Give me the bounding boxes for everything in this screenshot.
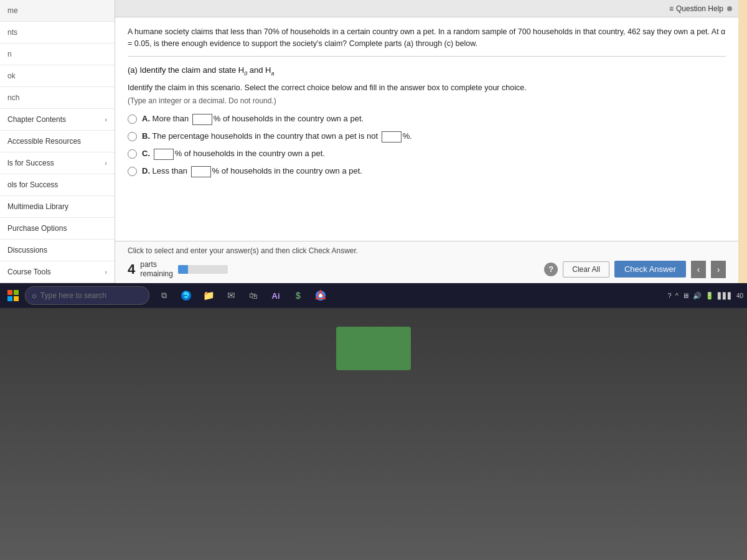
taskbar: ○ ⧉ 📁 ✉ 🛍 Ai $ (0, 283, 747, 308)
sidebar-item-discussions[interactable]: Discussions (0, 240, 115, 261)
option-c-label: C. % of households in the country own a … (142, 149, 325, 160)
type-note: (Type an integer or a decimal. Do not ro… (128, 96, 726, 105)
taskbar-icon-folder[interactable]: 📁 (199, 286, 218, 305)
progress-bar-fill (178, 265, 188, 274)
sidebar-item-n[interactable]: n (0, 44, 115, 65)
option-c-radio[interactable] (128, 149, 137, 159)
taskbar-search-box[interactable]: ○ (25, 286, 149, 305)
sidebar-item-course-tools[interactable]: Course Tools › (0, 261, 115, 283)
click-instructions: Click to select and enter your answer(s)… (128, 246, 726, 255)
parts-number: 4 (128, 261, 135, 278)
parts-label: parts remaining (140, 260, 173, 278)
laptop-touchpad[interactable] (336, 327, 411, 370)
option-b-input[interactable] (382, 131, 402, 142)
sidebar-label-multimedia-library: Multimedia Library (7, 202, 68, 211)
sidebar-item-ols-for-success[interactable]: ols for Success (0, 174, 115, 196)
parts-line2: remaining (140, 269, 173, 278)
sidebar-item-nts[interactable]: nts (0, 22, 115, 44)
chevron-up-icon[interactable]: ^ (675, 292, 679, 299)
next-arrow-button[interactable]: › (711, 261, 726, 278)
sidebar-label-home: me (7, 6, 18, 15)
option-b-radio[interactable] (128, 132, 137, 141)
help-circle-icon[interactable]: ? (544, 263, 558, 276)
sidebar-label-course-tools: Course Tools (7, 268, 51, 276)
sidebar-label-nts: nts (7, 28, 17, 37)
battery-icon[interactable]: 🔋 (705, 292, 714, 300)
option-d-label: D. Less than % of households in the coun… (142, 166, 362, 177)
parts-line1: parts (140, 260, 173, 269)
search-input[interactable] (40, 291, 134, 300)
clear-all-button[interactable]: Clear All (563, 261, 609, 278)
option-a[interactable]: A. More than % of households in the coun… (128, 114, 726, 125)
parts-remaining: 4 parts remaining (128, 260, 228, 278)
sub-question-label: (a) Identify the claim and state H0 and … (128, 65, 726, 77)
sidebar-label-ok: ok (7, 72, 16, 80)
option-c-input[interactable] (154, 149, 174, 160)
footer-buttons: ? Clear All Check Answer ‹ › (544, 261, 726, 278)
svg-rect-0 (7, 290, 12, 295)
chrome-icon (315, 290, 326, 301)
taskbar-icon-chrome[interactable] (311, 286, 330, 305)
taskbar-system-icons: ? ^ 🖥 🔊 🔋 ▋▋▋ 40 (668, 292, 743, 300)
sidebar-item-nch[interactable]: nch (0, 87, 115, 109)
start-button[interactable] (4, 286, 22, 305)
taskbar-icon-dollar[interactable]: $ (289, 286, 308, 305)
option-d[interactable]: D. Less than % of households in the coun… (128, 166, 726, 177)
chevron-right-icon-3: › (105, 268, 107, 276)
question-help-button[interactable]: ≡ Question Help (669, 4, 723, 13)
main-content: ≡ Question Help A humane society claims … (115, 0, 738, 283)
option-b-label: B. The percentage households in the coun… (142, 131, 412, 142)
network-icon[interactable]: 🖥 (682, 292, 689, 299)
identify-text: Identify the claim in this scenario. Sel… (128, 82, 726, 94)
option-a-input[interactable] (192, 114, 212, 125)
sidebar-item-ok[interactable]: ok (0, 65, 115, 87)
option-c[interactable]: C. % of households in the country own a … (128, 149, 726, 160)
volume-bar: 40 (736, 292, 743, 299)
svg-rect-1 (14, 290, 19, 295)
edge-icon (181, 290, 192, 301)
sidebar-item-tools-for-success[interactable]: ls for Success › (0, 152, 115, 174)
top-bar: ≡ Question Help (115, 0, 738, 17)
sidebar-label-nch: nch (7, 93, 19, 102)
help-icon-taskbar[interactable]: ? (668, 292, 672, 299)
sidebar-label-accessible-resources: Accessible Resources (7, 137, 81, 146)
question-main-text: A humane society claims that less than 7… (128, 26, 726, 57)
option-b[interactable]: B. The percentage households in the coun… (128, 131, 726, 142)
chevron-right-icon-2: › (105, 159, 107, 167)
sidebar-label-n: n (7, 50, 12, 58)
sidebar-label-purchase-options: Purchase Options (7, 224, 67, 233)
sidebar-item-purchase-options[interactable]: Purchase Options (0, 218, 115, 240)
question-area: A humane society claims that less than 7… (115, 17, 738, 241)
taskbar-icon-store[interactable]: 🛍 (244, 286, 263, 305)
taskbar-icon-ai[interactable]: Ai (266, 286, 285, 305)
taskbar-right: ? ^ 🖥 🔊 🔋 ▋▋▋ 40 (668, 292, 743, 300)
taskbar-icon-taskview[interactable]: ⧉ (154, 286, 173, 305)
speaker-icon[interactable]: 🔊 (693, 292, 702, 300)
sidebar-label-tools-for-success: ls for Success (7, 159, 54, 167)
option-d-radio[interactable] (128, 167, 137, 176)
wifi-bars: ▋▋▋ (718, 292, 733, 299)
sidebar-item-multimedia-library[interactable]: Multimedia Library (0, 196, 115, 218)
prev-arrow-button[interactable]: ‹ (691, 261, 706, 278)
question-help-icon: ≡ (669, 4, 674, 13)
taskbar-icon-edge[interactable] (177, 286, 195, 305)
chevron-right-icon: › (105, 116, 107, 123)
sidebar-label-chapter-contents: Chapter Contents (7, 115, 66, 124)
sidebar-item-accessible-resources[interactable]: Accessible Resources (0, 131, 115, 152)
option-d-input[interactable] (191, 166, 211, 177)
options-list: A. More than % of households in the coun… (128, 114, 726, 177)
svg-rect-2 (7, 296, 12, 301)
sidebar-item-home[interactable]: me (0, 0, 115, 22)
windows-logo-icon (7, 290, 19, 301)
taskbar-icon-mail[interactable]: ✉ (222, 286, 240, 305)
question-footer: Click to select and enter your answer(s)… (115, 241, 738, 283)
option-a-label: A. More than % of households in the coun… (142, 114, 364, 125)
option-a-radio[interactable] (128, 114, 137, 124)
check-answer-button[interactable]: Check Answer (614, 261, 686, 278)
svg-rect-3 (14, 296, 19, 301)
sidebar-item-chapter-contents[interactable]: Chapter Contents › (0, 109, 115, 131)
progress-bar (178, 265, 228, 274)
question-help-label: Question Help (676, 4, 723, 13)
sidebar-label-discussions: Discussions (7, 246, 47, 254)
laptop-bezel (0, 308, 747, 560)
